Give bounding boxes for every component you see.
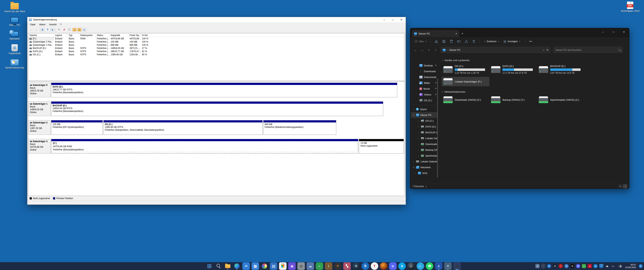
taskbar-icon[interactable]: ⊞	[206, 262, 213, 270]
sidebar-item[interactable]: › Speicherplatz (	[411, 153, 438, 159]
taskbar-icon[interactable]: ⚙	[352, 262, 360, 270]
taskbar-icon[interactable]: ☎	[426, 262, 434, 270]
partition[interactable]: OS (C:) 1396,48 GB NTFS Fehlerfrei (Star…	[103, 120, 263, 135]
sidebar-item[interactable]: › Backup (\\NAS	[411, 147, 438, 153]
volume-column-header[interactable]: Status	[96, 33, 110, 37]
taskbar-icon[interactable]: ◍	[408, 262, 415, 270]
toolbar-icon[interactable]: ⊙	[78, 28, 81, 31]
new-tab-button[interactable]: +	[459, 30, 466, 37]
taskbar-icon[interactable]: ~	[316, 262, 323, 270]
paste-button[interactable]	[448, 38, 455, 45]
taskbar-icon[interactable]	[215, 262, 222, 270]
list-view-button[interactable]: ≣	[618, 185, 622, 188]
tray-icon[interactable]: ⚙	[553, 264, 557, 268]
disk-label[interactable]: Datenträger 1 Basis 14904,05 GB Online	[29, 101, 51, 116]
sidebar-item[interactable]: › BACKUP (E:)	[411, 129, 438, 135]
toolbar-icon[interactable]: ?	[46, 28, 50, 32]
menu-item[interactable]: ?	[58, 23, 63, 27]
desktop-icon-schichtplan[interactable]: Schichtplan 2023	[619, 1, 642, 12]
sidebar-item[interactable]: Downloads	[411, 68, 438, 74]
sidebar-item[interactable]: › NAS	[411, 170, 438, 176]
desktop-icon[interactable]: Gerrit van der Neut	[3, 1, 26, 13]
tree-chevron-icon[interactable]: ›	[417, 155, 420, 157]
taskbar-icon[interactable]: ✉	[242, 262, 250, 270]
clock[interactable]: 00:07 23.08.2023	[625, 263, 636, 269]
rename-button[interactable]	[456, 38, 462, 45]
more-button[interactable]: •••	[527, 39, 535, 44]
desktop-icon[interactable]: Dieser PC	[3, 16, 26, 27]
drive-tile[interactable]: Downloads (\\NAS) (X:)	[442, 95, 489, 104]
minimize-button[interactable]: ─	[598, 28, 608, 36]
toolbar-icon[interactable]: ✦	[57, 28, 61, 32]
taskbar-icon[interactable]: ▤	[298, 262, 305, 270]
recent-locations-button[interactable]: ∨	[426, 47, 432, 53]
taskbar-icon[interactable]: ▷	[417, 262, 424, 270]
search-input[interactable]: Dieser PC durchsuchen	[553, 47, 623, 53]
drive-tile[interactable]: Lokaler Datenträger (F:)	[442, 77, 489, 86]
notification-badge[interactable]: 1	[639, 264, 642, 268]
menu-item[interactable]: Ansicht	[47, 23, 58, 27]
taskbar-icon[interactable]: ▤	[270, 262, 278, 270]
toolbar-icon[interactable]: →	[34, 28, 38, 32]
tray-icon[interactable]: ↻	[541, 264, 545, 268]
partition[interactable]: 13 MB Nicht zugeordnet	[359, 139, 404, 154]
refresh-icon[interactable]: ↻	[546, 49, 548, 51]
chevron-down-icon[interactable]: ∨	[442, 91, 443, 93]
cut-button[interactable]	[433, 38, 440, 45]
toolbar-icon[interactable]: ✗	[62, 28, 66, 32]
drive-tile[interactable]: OS (C:) 1,22 TB frei von 1,36 TB	[442, 64, 489, 75]
taskbar-icon[interactable]: ▤	[454, 262, 461, 270]
sidebar-item[interactable]: › Downloads (\\	[411, 141, 438, 147]
taskbar-icon[interactable]: i	[325, 262, 332, 270]
tray-icon[interactable]: !	[559, 264, 563, 268]
sidebar-item[interactable]: › Lokaler Datenträ	[411, 159, 438, 165]
copy-button[interactable]	[440, 38, 447, 45]
taskbar-icon[interactable]: ⚓	[435, 262, 442, 270]
taskbar-icon[interactable]: ▚	[343, 262, 351, 270]
sidebar-item[interactable]: OS (C:)	[411, 97, 438, 103]
tray-icon[interactable]: X	[564, 264, 568, 268]
partition[interactable]: 689 MB Fehlerfrei (Wiederherstellungspar…	[263, 120, 336, 135]
taskbar-icon[interactable]	[380, 262, 388, 270]
taskbar-icon[interactable]: ▦	[252, 262, 259, 270]
forward-button[interactable]: →	[419, 47, 425, 53]
volume-table-row[interactable]: (Datenträger 2 Par... Einfach Basis Fehl…	[28, 40, 405, 44]
close-button[interactable]: ✕	[397, 17, 406, 22]
tree-chevron-icon[interactable]: ›	[417, 126, 420, 128]
tab-dieser-pc[interactable]: Dieser PC ✕	[412, 30, 459, 37]
breadcrumb[interactable]: › Dieser PC	[442, 49, 460, 51]
chevron-down-icon[interactable]: ∨	[442, 59, 443, 61]
tray-icon[interactable]: ⏏	[605, 264, 609, 268]
tray-icon[interactable]: B	[547, 264, 551, 268]
disk-label[interactable]: Datenträger 0 Basis 28615,78 GB Online	[29, 83, 51, 97]
tray-icon[interactable]: ▭	[611, 264, 615, 268]
tray-icon[interactable]: G	[570, 264, 574, 268]
breadcrumb-location[interactable]: Dieser PC	[449, 49, 460, 51]
taskbar-icon[interactable]	[233, 262, 241, 270]
toolbar-icon[interactable]	[56, 28, 56, 31]
desktop-icon[interactable]: Systemsteuerung	[3, 58, 26, 69]
partition[interactable]: 100 MB Fehlerfrei (EFI-Systempartition)	[51, 120, 103, 135]
tree-chevron-icon[interactable]: ›	[417, 137, 420, 140]
volume-column-header[interactable]: Kapazität	[110, 33, 128, 37]
volume-table-row[interactable]: OS (C:) Einfach Basis NTFS Fehlerfrei (.…	[28, 53, 405, 56]
back-button[interactable]: ←	[412, 47, 418, 53]
up-button[interactable]: ↑	[433, 47, 439, 53]
drive-tile[interactable]: BACKUP (E:) 3,87 TB frei von 14,5 TB	[537, 64, 585, 75]
sidebar-item[interactable]: Dokumente	[411, 74, 438, 80]
sidebar-item[interactable]: Videos	[411, 92, 438, 97]
sort-button[interactable]: ↕ Sortieren ∨	[482, 38, 501, 44]
sidebar-item[interactable]: ∨ Netzwerk	[411, 165, 438, 170]
taskbar-icon[interactable]	[224, 262, 232, 270]
maximize-button[interactable]: □	[388, 17, 397, 22]
volume-table-row[interactable]: DATA (D:) Einfach Basis NTFS Fehlerfrei …	[28, 50, 405, 53]
volume-table-row[interactable]: (F:) Einfach Basis RAW Fehlerfrei (... 4…	[28, 37, 405, 40]
drive-tile[interactable]: Speicherplatz (\\NAS) (Z:)	[537, 95, 585, 104]
address-bar[interactable]: › Dieser PC ∨ ↻	[440, 47, 550, 53]
section-network[interactable]: ∨ Netzwerkadressen	[442, 90, 629, 93]
tray-icon[interactable]: a	[588, 264, 592, 268]
toolbar-icon[interactable]: ▦	[40, 28, 44, 31]
taskbar-icon[interactable]: B	[362, 262, 369, 270]
toolbar-icon[interactable]: ▤	[82, 28, 86, 31]
sidebar-item[interactable]: › DATA (D:)	[411, 124, 438, 129]
